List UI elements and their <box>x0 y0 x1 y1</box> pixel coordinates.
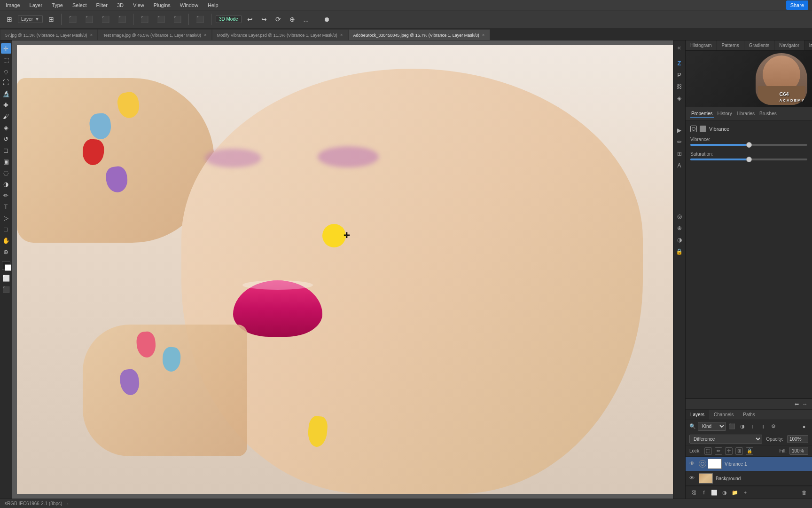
menu-item-type[interactable]: Type <box>50 1 65 9</box>
delete-layer-btn[interactable]: 🗑 <box>800 488 808 497</box>
distribute-more-icon[interactable]: ⬛ <box>171 14 184 25</box>
stamp-tool[interactable]: ◈ <box>1 122 11 133</box>
select-tool[interactable]: ⬚ <box>1 55 11 65</box>
tab-gradients[interactable]: Gradients <box>744 40 774 50</box>
lock-position-btn[interactable]: ✛ <box>725 447 733 455</box>
prop-tab-properties[interactable]: Properties <box>690 110 714 118</box>
crop-tool[interactable]: ⛶ <box>1 77 11 87</box>
menu-item-view[interactable]: View <box>131 1 146 9</box>
menu-item-filter[interactable]: Filter <box>94 1 109 9</box>
tab-2[interactable]: Test Image.jpg @ 46.5% (Vibrance 1, Laye… <box>98 30 211 40</box>
saturation-slider[interactable] <box>690 159 807 160</box>
tool-options-icon[interactable]: ⊞ <box>4 14 15 25</box>
prop-tab-libraries[interactable]: Libraries <box>736 110 756 118</box>
menu-item-help[interactable]: Help <box>206 1 220 9</box>
tab-3-close[interactable]: × <box>340 32 343 38</box>
menu-item-layer[interactable]: Layer <box>28 1 45 9</box>
sidebar-icon-4[interactable]: ✏ <box>674 137 685 147</box>
layers-filter-type-btn[interactable]: T <box>749 422 757 431</box>
layers-tab-layers[interactable]: Layers <box>686 410 709 420</box>
layers-collapse-btn[interactable]: ⬅ <box>792 400 801 408</box>
align-top-icon[interactable]: ⬛ <box>115 14 129 25</box>
add-group-btn[interactable]: 📁 <box>731 488 739 497</box>
fill-input[interactable] <box>789 447 808 455</box>
layer-item-vibrance[interactable]: 👁 Vibrance 1 <box>686 457 812 471</box>
brush-tool[interactable]: 🖌 <box>1 111 11 121</box>
tab-navigator[interactable]: Navigator <box>774 40 804 50</box>
redo-icon[interactable]: ↪ <box>258 14 270 25</box>
align-right-icon[interactable]: ⬛ <box>99 14 112 25</box>
distribute-h-icon[interactable]: ⬛ <box>138 14 151 25</box>
layers-filter-adj-btn[interactable]: ◑ <box>738 422 747 431</box>
heal-tool[interactable]: ✚ <box>1 100 11 110</box>
lock-all-btn[interactable]: 🔒 <box>746 447 753 455</box>
opacity-input[interactable] <box>787 435 808 443</box>
align-center-icon[interactable]: ⬛ <box>82 14 96 25</box>
hand-tool[interactable]: ✋ <box>1 235 11 246</box>
sidebar-icon-7[interactable]: ⊕ <box>674 223 685 233</box>
history-brush-tool[interactable]: ↺ <box>1 134 11 144</box>
add-layer-btn[interactable]: + <box>741 488 750 497</box>
sidebar-icon-2[interactable]: P <box>674 70 685 80</box>
more-options-button[interactable]: ... <box>301 14 312 25</box>
sidebar-lock-icon[interactable]: 🔒 <box>674 246 685 257</box>
quick-mask-tool[interactable]: ⬜ <box>1 273 11 283</box>
sidebar-play-btn[interactable]: ▶ <box>674 125 685 135</box>
sidebar-icon-3[interactable]: ◈ <box>674 93 685 103</box>
layers-filter-shape-btn[interactable]: T <box>759 422 767 431</box>
lock-artboard-btn[interactable]: ⊞ <box>735 447 743 455</box>
sidebar-icon-5[interactable]: ⊞ <box>674 149 685 159</box>
prop-tab-brushes[interactable]: Brushes <box>758 110 778 118</box>
lock-transparent-btn[interactable]: ⬚ <box>704 447 712 455</box>
menu-item-plugins[interactable]: Plugins <box>152 1 172 9</box>
sidebar-icon-6[interactable]: A <box>674 160 685 171</box>
saturation-slider-thumb[interactable] <box>746 157 752 162</box>
vibrance-slider[interactable] <box>690 144 807 146</box>
path-select-tool[interactable]: ▷ <box>1 213 11 223</box>
blur-tool[interactable]: ◌ <box>1 167 11 178</box>
layers-expand-btn[interactable]: ↔ <box>801 400 809 408</box>
layers-tab-paths[interactable]: Paths <box>738 410 760 420</box>
tab-4[interactable]: AdobeStock_330458845.jpeg @ 15.7% (Vibra… <box>348 30 490 40</box>
screen-mode-tool[interactable]: ⬛ <box>1 284 11 294</box>
sidebar-filter-icon[interactable]: ◎ <box>674 211 685 222</box>
lock-pixels-btn[interactable]: ✏ <box>715 447 722 455</box>
transform-icon[interactable]: ⬛ <box>193 14 207 25</box>
prop-tab-history[interactable]: History <box>717 110 733 118</box>
add-adjustment-btn[interactable]: ◑ <box>720 488 729 497</box>
layer-dropdown-icon[interactable]: ▼ <box>35 16 39 22</box>
blend-mode-select[interactable]: Difference <box>689 435 762 444</box>
layer-visibility-vibrance[interactable]: 👁 <box>689 460 696 467</box>
menu-item-3d[interactable]: 3D <box>115 1 125 9</box>
dodge-tool[interactable]: ◑ <box>1 179 11 189</box>
tab-3[interactable]: Modify Vibrance Layer.psd @ 11.3% (Vibra… <box>212 30 348 40</box>
layers-tab-channels[interactable]: Channels <box>709 410 738 420</box>
tab-2-close[interactable]: × <box>204 32 207 38</box>
align-left-icon[interactable]: ⬛ <box>66 14 79 25</box>
tab-4-close[interactable]: × <box>482 32 485 38</box>
tab-1-close[interactable]: × <box>90 32 93 38</box>
vibrance-slider-thumb[interactable] <box>746 142 752 148</box>
pen-tool[interactable]: ✏ <box>1 190 11 200</box>
tab-1[interactable]: 57.jpg @ 11.3% (Vibrance 1, Layer Mask/8… <box>0 30 98 40</box>
zoom-tool[interactable]: ⊕ <box>1 246 11 257</box>
type-tool[interactable]: T <box>1 201 11 212</box>
shape-tool[interactable]: □ <box>1 224 11 234</box>
tab-histogram[interactable]: Histogram <box>686 40 717 50</box>
layers-filter-pixel-btn[interactable]: ⬛ <box>728 422 736 431</box>
tab-info[interactable]: Info <box>804 40 812 50</box>
sidebar-icon-8[interactable]: ◑ <box>674 235 685 245</box>
rotate-icon[interactable]: ⟳ <box>273 14 284 25</box>
add-mask-btn[interactable]: ⬜ <box>710 488 718 497</box>
share-button[interactable]: Share <box>786 0 808 10</box>
layers-filter-smart-btn[interactable]: ⚙ <box>769 422 778 431</box>
eyedropper-tool[interactable]: 🔬 <box>1 88 11 99</box>
layers-filter-toggle[interactable]: ● <box>800 422 808 431</box>
undo-icon[interactable]: ↩ <box>244 14 256 25</box>
move-tool[interactable]: ✛ <box>1 43 11 54</box>
layer-item-background[interactable]: 👁 Background <box>686 471 812 486</box>
eraser-tool[interactable]: ◻ <box>1 145 11 155</box>
foreground-color[interactable] <box>2 262 10 270</box>
snap-icon[interactable]: ⊕ <box>287 14 298 25</box>
add-style-btn[interactable]: f <box>700 488 708 497</box>
